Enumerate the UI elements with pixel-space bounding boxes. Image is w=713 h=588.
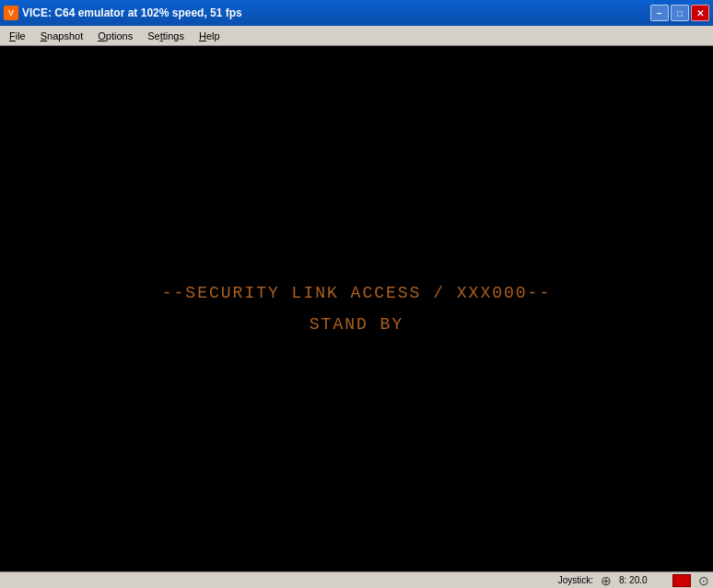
status-indicator — [672, 574, 691, 587]
menu-options[interactable]: Options — [90, 29, 140, 43]
restore-button[interactable]: □ — [671, 5, 689, 21]
status-coords: 8: 20.0 — [619, 575, 665, 585]
app-icon-label: V — [8, 8, 14, 18]
c64-display: --SECURITY LINK ACCESS / XXX000-- STAND … — [10, 56, 703, 561]
menu-file-label: F — [9, 30, 16, 41]
screen-line2: STAND BY — [310, 315, 403, 334]
menu-help[interactable]: Help — [192, 29, 228, 43]
menu-help-label-h: H — [199, 30, 206, 41]
menu-options-label-o: O — [98, 30, 106, 41]
close-button[interactable]: ✕ — [691, 5, 709, 21]
minimize-button[interactable]: − — [650, 5, 669, 21]
menu-snapshot-label-s: S — [41, 30, 47, 41]
screen-line1: --SECURITY LINK ACCESS / XXX000-- — [162, 284, 551, 302]
menu-file[interactable]: File — [2, 29, 33, 43]
app-icon: V — [4, 6, 18, 20]
status-bar: Joystick: ⊕ 8: 20.0 ⊙ — [0, 571, 713, 588]
title-bar-left: V VICE: C64 emulator at 102% speed, 51 f… — [4, 6, 242, 20]
menu-settings[interactable]: Settings — [140, 29, 192, 43]
window-controls: − □ ✕ — [650, 5, 709, 21]
joystick-label: Joystick: — [558, 575, 593, 585]
title-bar: V VICE: C64 emulator at 102% speed, 51 f… — [0, 0, 713, 26]
emulator-screen: --SECURITY LINK ACCESS / XXX000-- STAND … — [0, 46, 713, 571]
menu-snapshot[interactable]: Snapshot — [33, 29, 91, 43]
window-title: VICE: C64 emulator at 102% speed, 51 fps — [22, 6, 242, 19]
joystick-icon: ⊕ — [601, 573, 612, 588]
menu-bar: File Snapshot Options Settings Help — [0, 26, 713, 46]
status-extra-icon: ⊙ — [698, 573, 709, 588]
